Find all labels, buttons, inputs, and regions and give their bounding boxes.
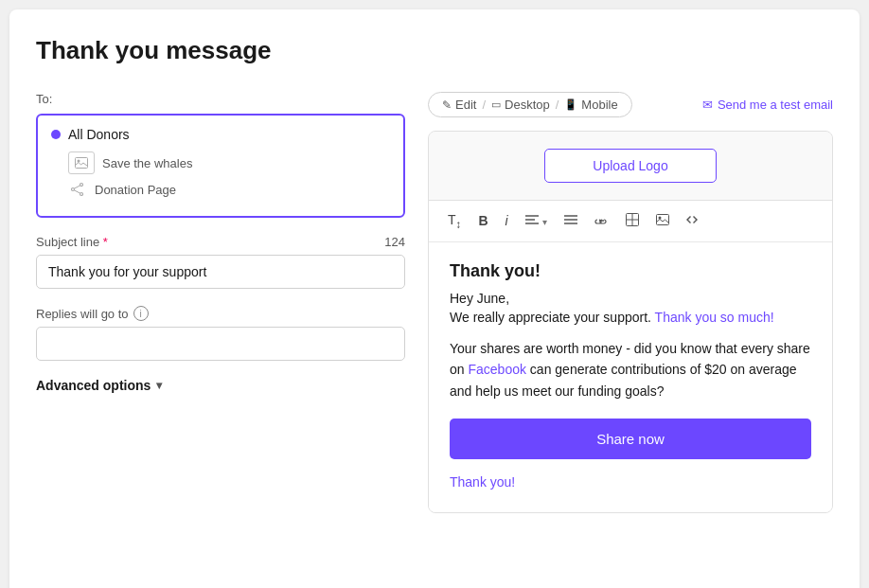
subject-label: Subject line * — [36, 235, 108, 249]
share-now-button[interactable]: Share now — [450, 419, 811, 459]
email-shares: Your shares are worth money - did you kn… — [450, 338, 811, 401]
email-preview-card: Upload Logo T↕ B i ▾ — [428, 131, 833, 513]
left-panel: To: All Donors — [36, 92, 405, 513]
image-placeholder-icon — [68, 151, 95, 174]
email-appreciate: We really appreciate your support. Thank… — [450, 310, 811, 325]
edit-icon: ✎ — [442, 98, 452, 112]
toolbar-link-button[interactable] — [591, 211, 612, 230]
recipient-name: All Donors — [68, 127, 130, 142]
recipient-dot-icon — [51, 130, 61, 139]
subject-char-count: 124 — [384, 235, 405, 249]
subject-row: Subject line * 124 — [36, 235, 405, 249]
send-test-email-button[interactable]: ✉ Send me a test email — [702, 98, 833, 112]
svg-rect-0 — [76, 158, 88, 169]
edit-toggle[interactable]: ✎ Edit — [442, 98, 476, 112]
right-panel: ✎ Edit / ▭ Desktop / 📱 Mobile ✉ — [428, 92, 833, 513]
layout: To: All Donors — [36, 92, 833, 513]
sub-items: Save the whales Donation — [51, 151, 390, 199]
share-icon — [68, 180, 87, 199]
mobile-toggle[interactable]: 📱 Mobile — [564, 98, 617, 112]
sep-2: / — [556, 98, 559, 112]
toolbar-table-button[interactable] — [622, 211, 643, 231]
email-greeting: Hey June, — [450, 291, 811, 306]
appreciate-highlight: Thank you so much! — [655, 310, 774, 325]
sub-item-2-label: Donation Page — [95, 183, 176, 197]
recipient-row: All Donors — [51, 127, 390, 142]
advanced-options-label: Advanced options — [36, 378, 151, 393]
svg-rect-16 — [656, 215, 668, 225]
toolbar-align-button[interactable]: ▾ — [522, 211, 551, 230]
sub-item-1-label: Save the whales — [102, 156, 192, 170]
page-title: Thank you message — [36, 36, 833, 65]
svg-marker-18 — [686, 216, 691, 223]
upload-logo-section: Upload Logo — [429, 132, 832, 201]
toolbar-italic-button[interactable]: i — [502, 211, 512, 230]
email-body: Thank you! Hey June, We really appreciat… — [429, 242, 832, 512]
email-toolbar: T↕ B i ▾ — [429, 201, 832, 242]
appreciate-text: We really appreciate your support. — [450, 310, 651, 325]
subject-input[interactable] — [36, 255, 405, 289]
svg-line-6 — [74, 190, 80, 193]
email-icon: ✉ — [702, 98, 713, 112]
required-asterisk: * — [103, 235, 108, 249]
desktop-icon: ▭ — [491, 98, 501, 111]
mobile-icon: 📱 — [564, 98, 577, 111]
email-heading: Thank you! — [450, 261, 811, 281]
email-content: T↕ B i ▾ — [429, 201, 832, 512]
svg-point-3 — [80, 193, 83, 196]
info-icon: i — [133, 306, 149, 321]
sep-1: / — [482, 98, 486, 112]
replies-label: Replies will go to i — [36, 306, 405, 321]
advanced-options-toggle[interactable]: Advanced options ▾ — [36, 378, 405, 393]
toolbar-image-button[interactable] — [652, 211, 673, 230]
recipients-box: All Donors Save the whales — [36, 114, 405, 218]
desktop-toggle[interactable]: ▭ Desktop — [491, 98, 550, 112]
toolbar-text-size-button[interactable]: T↕ — [444, 210, 465, 232]
svg-marker-19 — [693, 216, 698, 223]
toolbar-bold-button[interactable]: B — [474, 211, 491, 230]
upload-logo-button[interactable]: Upload Logo — [544, 149, 716, 183]
main-card: Thank you message To: All Donors — [9, 9, 860, 588]
replies-input[interactable] — [36, 327, 405, 361]
sub-item-2: Donation Page — [68, 180, 390, 199]
chevron-down-icon: ▾ — [156, 379, 162, 392]
svg-line-5 — [74, 186, 80, 188]
toolbar-justify-button[interactable] — [560, 211, 581, 230]
svg-point-4 — [72, 188, 75, 191]
right-top-bar: ✎ Edit / ▭ Desktop / 📱 Mobile ✉ — [428, 92, 833, 117]
to-label: To: — [36, 92, 405, 106]
view-toggle[interactable]: ✎ Edit / ▭ Desktop / 📱 Mobile — [428, 92, 632, 117]
svg-point-2 — [80, 184, 83, 187]
sub-item-1: Save the whales — [68, 151, 390, 174]
toolbar-code-button[interactable] — [683, 211, 701, 230]
facebook-highlight: Facebook — [468, 362, 525, 377]
email-footer-thanks: Thank you! — [450, 474, 811, 490]
